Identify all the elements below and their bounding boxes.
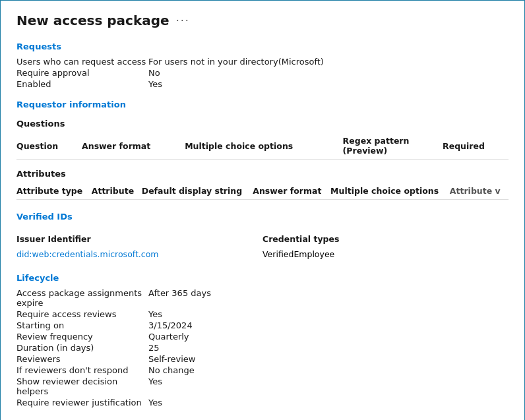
issuer-link[interactable]: did:web:credentials.microsoft.com [16, 249, 159, 259]
duration-label: Duration (in days) [16, 343, 148, 353]
require-justification-value: Yes [148, 398, 509, 407]
requestor-info-section-title: Requestor information [16, 100, 509, 109]
verified-ids-section-title: Verified IDs [16, 212, 509, 222]
require-approval-value: No [148, 68, 509, 78]
col-multiple-choice: Multiple choice options [185, 133, 342, 160]
page-container: New access package ··· Requests Users wh… [0, 0, 525, 420]
requests-info-grid: Users who can request access For users n… [16, 57, 509, 89]
verified-ids-section: Issuer Identifier Credential types did:w… [16, 231, 509, 261]
assignments-expire-value: After 365 days [148, 288, 509, 308]
review-frequency-value: Quarterly [148, 332, 509, 342]
questions-header-row: Question Answer format Multiple choice o… [16, 133, 509, 160]
verified-ids-issuer-header: Issuer Identifier [16, 231, 262, 247]
col-default-display: Default display string [142, 183, 253, 200]
questions-table: Question Answer format Multiple choice o… [16, 133, 509, 160]
enabled-value: Yes [148, 79, 509, 89]
require-access-reviews-label: Require access reviews [16, 309, 148, 319]
attributes-table-container: Attribute type Attribute Default display… [16, 183, 509, 200]
attributes-subtitle: Attributes [16, 169, 509, 179]
review-frequency-label: Review frequency [16, 332, 148, 342]
verified-ids-credential-header: Credential types [262, 231, 509, 247]
col-required: Required [443, 133, 509, 160]
requests-section-title: Requests [16, 42, 509, 51]
starting-on-value: 3/15/2024 [148, 320, 509, 330]
require-justification-label: Require reviewer justification [16, 398, 148, 407]
content-area: New access package ··· Requests Users wh… [1, 1, 524, 420]
if-reviewers-value: No change [148, 365, 509, 375]
show-helpers-label: Show reviewer decision helpers [16, 376, 148, 396]
lifecycle-info-grid: Access package assignments expire After … [16, 288, 509, 407]
if-reviewers-label: If reviewers don't respond [16, 365, 148, 375]
require-access-reviews-value: Yes [148, 309, 509, 319]
col-attr-answer-format: Answer format [253, 183, 330, 200]
attributes-table: Attribute type Attribute Default display… [16, 183, 509, 200]
lifecycle-section-title: Lifecycle [16, 273, 509, 283]
reviewers-label: Reviewers [16, 354, 148, 364]
assignments-expire-label: Access package assignments expire [16, 288, 148, 308]
page-title: New access package [16, 13, 170, 28]
attributes-header-row: Attribute type Attribute Default display… [16, 183, 509, 200]
col-attr: Attribute [92, 183, 142, 200]
verified-ids-credential-value: VerifiedEmployee [262, 247, 509, 261]
ellipsis-menu-icon[interactable]: ··· [176, 15, 190, 27]
reviewers-value: Self-review [148, 354, 509, 364]
questions-subtitle: Questions [16, 119, 509, 129]
questions-table-container: Question Answer format Multiple choice o… [16, 133, 509, 160]
show-helpers-value: Yes [148, 376, 509, 396]
col-attr-type: Attribute type [16, 183, 92, 200]
col-question: Question [16, 133, 82, 160]
page-title-row: New access package ··· [16, 13, 509, 28]
duration-value: 25 [148, 343, 509, 353]
verified-ids-grid: Issuer Identifier Credential types did:w… [16, 231, 509, 261]
users-request-value: For users not in your directory(Microsof… [148, 57, 509, 67]
col-regex: Regex pattern(Preview) [343, 133, 443, 160]
users-request-label: Users who can request access [16, 57, 148, 67]
starting-on-label: Starting on [16, 320, 148, 330]
col-attr-v: Attribute v [450, 183, 509, 200]
require-approval-label: Require approval [16, 68, 148, 78]
col-attr-multiple-choice: Multiple choice options [330, 183, 450, 200]
enabled-label: Enabled [16, 79, 148, 89]
verified-ids-issuer-value: did:web:credentials.microsoft.com [16, 247, 262, 261]
col-answer-format: Answer format [82, 133, 185, 160]
